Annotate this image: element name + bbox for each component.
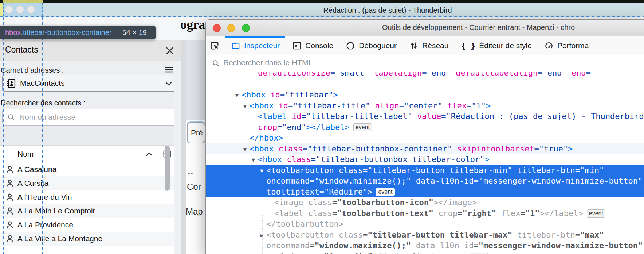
markup-token: ></label> (306, 123, 349, 132)
markup-token (411, 241, 416, 250)
markup-token: <hbox (242, 90, 266, 99)
close-icon[interactable] (165, 46, 175, 56)
name-column-header[interactable]: Nom (17, 150, 34, 158)
markup-token (452, 144, 457, 153)
markup-token: <hbox (250, 144, 274, 153)
markup-token (334, 166, 338, 175)
markup-line[interactable]: crop="end"></label>event (206, 122, 644, 133)
tab-editeur[interactable]: { }Éditeur de style (455, 36, 538, 55)
markup-token: ="right" (458, 209, 496, 218)
markup-token: ="1" (521, 209, 540, 218)
markup-line[interactable]: <image class="toolbarbutton-icon"></imag… (206, 197, 644, 208)
background-button-fragment[interactable]: Pré (187, 122, 205, 143)
markup-token (451, 72, 456, 77)
tab-console[interactable]: Console (286, 36, 339, 55)
window-button-minimize[interactable] (16, 5, 24, 14)
markup-token: ="Agrandir" (319, 252, 373, 254)
tab-performance[interactable]: Performa (538, 36, 595, 55)
traffic-light-minimize[interactable] (227, 24, 235, 32)
devtools-search-bar[interactable]: Rechercher dans le HTML (206, 55, 644, 72)
markup-token: data-l10n-id (416, 241, 474, 250)
markup-line[interactable]: <label class="toolbarbutton-text" crop="… (206, 208, 644, 219)
markup-token: end (572, 72, 586, 77)
markup-line[interactable]: </hbox> (206, 132, 644, 143)
contact-row[interactable]: A La Main Le Comptoir (0, 204, 174, 218)
console-icon (292, 41, 302, 50)
contact-row[interactable]: A Casaluna (0, 162, 174, 176)
markup-token: class (339, 230, 363, 239)
markup-token (334, 230, 338, 239)
contact-row[interactable]: A l'Heure du Vin (0, 190, 174, 204)
background-window-edge (181, 40, 186, 254)
markup-line[interactable]: tooltiptext="Agrandir">…</toolbarbutton>… (206, 251, 644, 254)
tab-debogueur[interactable]: Débogueur (339, 36, 403, 55)
element-picker-button[interactable] (206, 36, 223, 55)
markup-line[interactable]: defaulticonsize="small" labelalign="end"… (206, 72, 644, 78)
markup-token (274, 144, 278, 153)
address-book-select[interactable]: MacContacts (2, 75, 178, 92)
markup-line[interactable]: ▼<hbox id="titlebar"> (206, 89, 644, 100)
markup-line[interactable]: </toolbarbutton> (206, 219, 644, 230)
window-button-close[interactable] (5, 5, 13, 14)
expand-arrow-icon[interactable]: ▼ (235, 90, 242, 101)
person-icon (5, 234, 15, 243)
event-badge[interactable]: event (353, 123, 372, 131)
markup-token: class (339, 166, 363, 175)
traffic-light-zoom[interactable] (242, 24, 250, 32)
markup-line[interactable]: oncommand="window.minimize();" data-l10n… (206, 176, 644, 186)
markup-token: labelalign (374, 72, 422, 77)
contact-row[interactable]: A Cursita (0, 176, 174, 190)
markup-token: <toolbarbutton (266, 230, 334, 239)
markup-line[interactable]: <label id="titlebar-title-label" value="… (206, 111, 644, 122)
markup-line[interactable]: tooltiptext="Réduire">event (206, 186, 644, 197)
tab-inspecteur[interactable]: Inspecteur (225, 36, 286, 55)
markup-token: titlebar-btn (517, 166, 575, 175)
markup-line[interactable]: ▼<hbox id="titlebar-title" align="center… (206, 100, 644, 111)
devtools-tabbar: InspecteurConsoleDébogueurRéseau{ }Édite… (206, 36, 644, 55)
contacts-scrollbar-thumb[interactable] (165, 146, 170, 191)
markup-line[interactable]: ▼<hbox class="titlebar-buttonbox-contain… (206, 143, 644, 154)
markup-token: ="true" (534, 144, 568, 153)
markup-line[interactable]: ▼<hbox class="titlebar-buttonbox titleba… (206, 154, 644, 165)
event-badge[interactable]: event (376, 188, 394, 196)
markup-line[interactable]: ▼<toolbarbutton class="titlebar-button t… (206, 165, 644, 176)
person-icon (5, 206, 15, 216)
markup-token: oncommand (266, 241, 310, 250)
markup-token: ></image> (433, 198, 477, 207)
markup-token: ="Rédaction : (pas de sujet) - Thunderbi… (441, 112, 644, 121)
markup-line[interactable]: ▶<toolbarbutton class="titlebar-button t… (206, 230, 644, 240)
markup-token: data-l10n-id (416, 176, 474, 185)
markup-token: defaulticonsize (258, 72, 330, 77)
hamburger-menu-icon[interactable] (164, 65, 174, 75)
markup-line[interactable]: oncommand="window.maximize();" data-l10n… (206, 240, 644, 251)
markup-token: tooltiptext (266, 252, 319, 254)
contact-row[interactable]: A La Ville a La Montagne (0, 232, 174, 246)
tooltip-separator: | (116, 28, 118, 37)
markup-token (266, 90, 270, 99)
window-button-zoom[interactable] (27, 5, 35, 14)
expand-arrow-icon[interactable]: ▼ (252, 154, 258, 165)
markup-token: class (308, 209, 332, 218)
contacts-list-header[interactable]: Nom (0, 145, 181, 162)
markup-token (370, 101, 375, 110)
expand-arrow-icon[interactable]: ▼ (260, 165, 266, 176)
search-icon (7, 113, 16, 122)
markup-token: crop (258, 123, 277, 132)
markup-token (303, 198, 308, 207)
devtools-titlebar[interactable]: Outils de développement - Courrier entra… (206, 20, 644, 36)
expand-arrow-icon[interactable]: ▼ (243, 101, 250, 112)
traffic-light-close[interactable] (213, 24, 221, 32)
expand-arrow-icon[interactable]: ▶ (260, 230, 266, 241)
markup-token: oncommand (266, 176, 310, 185)
collapsed-content-badge[interactable]: … (380, 253, 386, 254)
event-badge[interactable]: event (470, 253, 488, 254)
tab-reseau[interactable]: Réseau (403, 36, 455, 55)
contacts-header: Contacts (0, 40, 181, 61)
markup-token: crop (438, 209, 458, 218)
contact-row[interactable]: A La Providence (0, 218, 174, 232)
expand-arrow-icon[interactable]: ▼ (243, 144, 250, 155)
event-badge[interactable]: event (587, 209, 605, 218)
tooltip-tag-name: hbox (5, 28, 21, 37)
markup-token: ="min" (575, 166, 604, 175)
contacts-search-input[interactable]: Nom ou adresse (2, 109, 178, 126)
